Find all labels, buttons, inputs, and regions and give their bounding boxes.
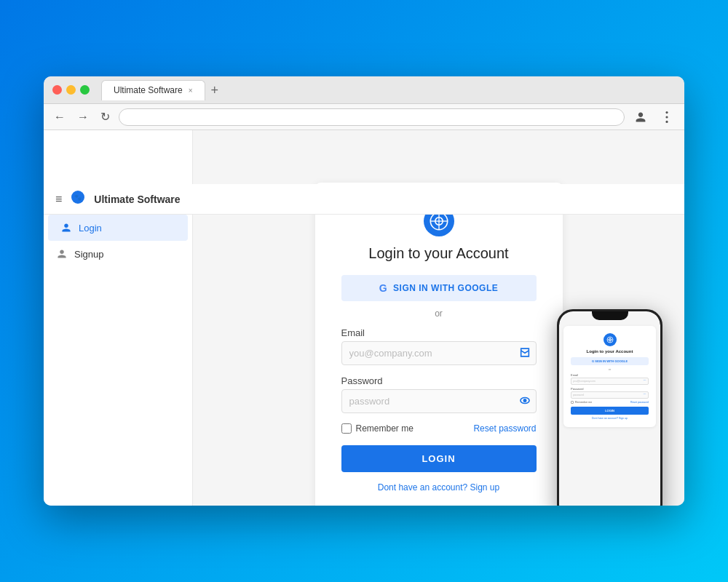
phone-password-input: password ⌒ <box>571 391 649 399</box>
email-check-icon <box>519 346 531 360</box>
google-g-icon: G <box>379 282 387 294</box>
login-button[interactable]: LOGIN <box>341 445 537 472</box>
or-divider: or <box>341 308 537 319</box>
email-label: Email <box>341 327 537 338</box>
remember-label: Remember me <box>356 423 414 434</box>
tab-close-icon[interactable]: × <box>189 87 193 95</box>
phone-screen: Login to your Account G SIGN IN WITH GOO… <box>559 311 660 506</box>
traffic-lights <box>52 85 90 95</box>
password-input-wrap <box>341 389 537 413</box>
login-title: Login to your Account <box>341 245 537 262</box>
close-traffic-light[interactable] <box>52 85 62 95</box>
sidebar-item-signup[interactable]: Signup <box>44 241 192 267</box>
phone-login-btn: LOGIN <box>571 407 649 415</box>
google-btn-label: SIGN IN WITH GOOGLE <box>393 283 498 293</box>
remember-checkbox[interactable] <box>341 423 352 434</box>
app-logo-icon: 🐾 <box>71 190 85 208</box>
back-button[interactable]: ← <box>51 109 68 125</box>
browser-tab[interactable]: Ultimate Software × <box>101 80 205 100</box>
new-tab-button[interactable]: + <box>208 84 222 97</box>
password-label: Password <box>341 375 537 386</box>
forward-button[interactable]: → <box>74 109 92 125</box>
svg-point-0 <box>665 111 668 113</box>
phone-footer-row: Remember me Reset password <box>571 401 649 404</box>
address-bar[interactable] <box>119 108 625 126</box>
tab-label: Ultimate Software <box>114 85 183 95</box>
phone-email-input: you@company.com ⌒ <box>571 378 649 385</box>
browser-titlebar: Ultimate Software × + <box>44 76 684 104</box>
phone-or: or <box>571 367 649 371</box>
phone-signup-link: Dont have an account? Sign up <box>571 417 649 420</box>
email-input-wrap <box>341 341 537 365</box>
refresh-button[interactable]: ↻ <box>98 108 113 125</box>
sidebar-item-login[interactable]: Login <box>48 215 188 241</box>
phone-checkbox <box>571 401 574 404</box>
browser-window: Ultimate Software × + ← → ↻ ≡ 🐾 Ultimate… <box>44 76 684 506</box>
email-input[interactable] <box>341 341 537 365</box>
app-title: Ultimate Software <box>94 194 180 205</box>
password-input[interactable] <box>341 389 537 413</box>
browser-toolbar: ← → ↻ <box>44 104 684 130</box>
phone-remember-label: Remember me <box>575 401 592 404</box>
phone-password-label: Password <box>571 387 649 391</box>
maximize-traffic-light[interactable] <box>80 85 90 95</box>
reset-password-link[interactable]: Reset password <box>473 423 536 434</box>
phone-logo <box>571 333 649 346</box>
phone-login-card: Login to your Account G SIGN IN WITH GOO… <box>563 326 656 427</box>
login-card: Login to your Account G SIGN IN WITH GOO… <box>315 183 563 506</box>
remember-wrap: Remember me <box>341 423 414 434</box>
google-signin-button[interactable]: G SIGN IN WITH GOOGLE <box>341 275 537 301</box>
password-eye-icon <box>519 394 531 408</box>
content-wrapper: ≡ 🐾 Ultimate Software Login Signup <box>44 130 684 506</box>
svg-text:🐾: 🐾 <box>74 194 82 201</box>
phone-google-btn: G SIGN IN WITH GOOGLE <box>571 357 649 365</box>
phone-password-placeholder: password <box>573 394 584 396</box>
menu-dots-icon[interactable] <box>657 107 677 127</box>
phone-logo-circle <box>604 333 617 346</box>
phone-mockup: Login to your Account G SIGN IN WITH GOO… <box>557 309 662 506</box>
tab-bar: Ultimate Software × + <box>101 80 676 100</box>
phone-email-icon: ⌒ <box>643 379 646 383</box>
signup-person-icon <box>55 247 68 260</box>
sidebar-login-label: Login <box>79 223 102 234</box>
form-footer: Remember me Reset password <box>341 423 537 434</box>
minimize-traffic-light[interactable] <box>66 85 76 95</box>
hamburger-icon[interactable]: ≡ <box>55 193 62 206</box>
person-icon <box>60 221 73 234</box>
svg-point-1 <box>665 116 668 118</box>
phone-email-placeholder: you@company.com <box>573 380 596 383</box>
profile-icon[interactable] <box>630 107 651 127</box>
phone-password-icon: ⌒ <box>643 393 646 397</box>
phone-reset-link: Reset password <box>630 401 649 404</box>
password-group: Password <box>341 375 537 413</box>
phone-email-label: Email <box>571 373 649 377</box>
phone-title: Login to your Account <box>571 349 649 354</box>
svg-point-10 <box>523 399 526 401</box>
phone-notch <box>592 311 628 320</box>
svg-point-2 <box>665 120 668 122</box>
sidebar-signup-label: Signup <box>74 249 103 260</box>
phone-remember: Remember me <box>571 401 592 404</box>
email-group: Email <box>341 327 537 365</box>
app-header: ≡ 🐾 Ultimate Software <box>44 184 684 215</box>
signup-link[interactable]: Dont have an account? Sign up <box>341 482 537 493</box>
